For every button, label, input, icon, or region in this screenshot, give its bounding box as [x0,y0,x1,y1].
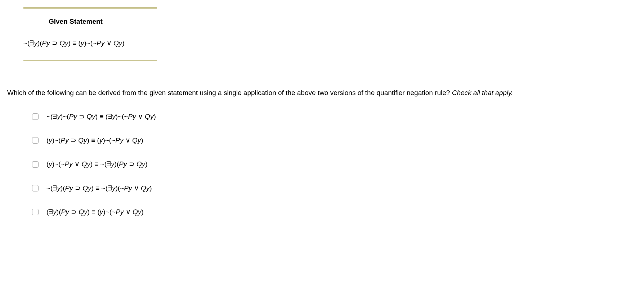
options-list: ~(∃y)~(Py ⊃ Qy) ≡ (∃y)~(~Py ∨ Qy) (y)~(P… [31,110,637,218]
option-label-5: (∃y)(Py ⊃ Qy) ≡ (y)~(~Py ∨ Qy) [46,206,144,218]
option-label-2: (y)~(Py ⊃ Qy) ≡ (y)~(~Py ∨ Qy) [46,134,143,147]
option-checkbox-2[interactable] [32,137,39,144]
option-checkbox-1[interactable] [32,113,39,120]
given-statement: ~(∃y)(Py ⊃ Qy) ≡ (y)~(~Py ∨ Qy) [23,35,157,61]
option-row: (∃y)(Py ⊃ Qy) ≡ (y)~(~Py ∨ Qy) [31,206,637,218]
option-checkbox-3[interactable] [32,161,39,168]
option-row: ~(∃y)(Py ⊃ Qy) ≡ ~(∃y)(~Py ∨ Qy) [31,182,637,195]
option-checkbox-5[interactable] [32,209,39,215]
given-statement-box: Given Statement ~(∃y)(Py ⊃ Qy) ≡ (y)~(~P… [23,7,157,61]
option-label-1: ~(∃y)~(Py ⊃ Qy) ≡ (∃y)~(~Py ∨ Qy) [46,110,156,123]
option-row: ~(∃y)~(Py ⊃ Qy) ≡ (∃y)~(~Py ∨ Qy) [31,110,637,123]
option-label-3: (y)~(~Py ∨ Qy) ≡ ~(∃y)(Py ⊃ Qy) [46,158,148,171]
question-text: Which of the following can be derived fr… [7,89,452,96]
question-text-container: Which of the following can be derived fr… [7,86,637,99]
given-header: Given Statement [23,7,157,35]
question-hint: Check all that apply. [452,89,513,96]
option-label-4: ~(∃y)(Py ⊃ Qy) ≡ ~(∃y)(~Py ∨ Qy) [46,182,152,195]
option-row: (y)~(Py ⊃ Qy) ≡ (y)~(~Py ∨ Qy) [31,134,637,147]
option-checkbox-4[interactable] [32,185,39,191]
option-row: (y)~(~Py ∨ Qy) ≡ ~(∃y)(Py ⊃ Qy) [31,158,637,171]
